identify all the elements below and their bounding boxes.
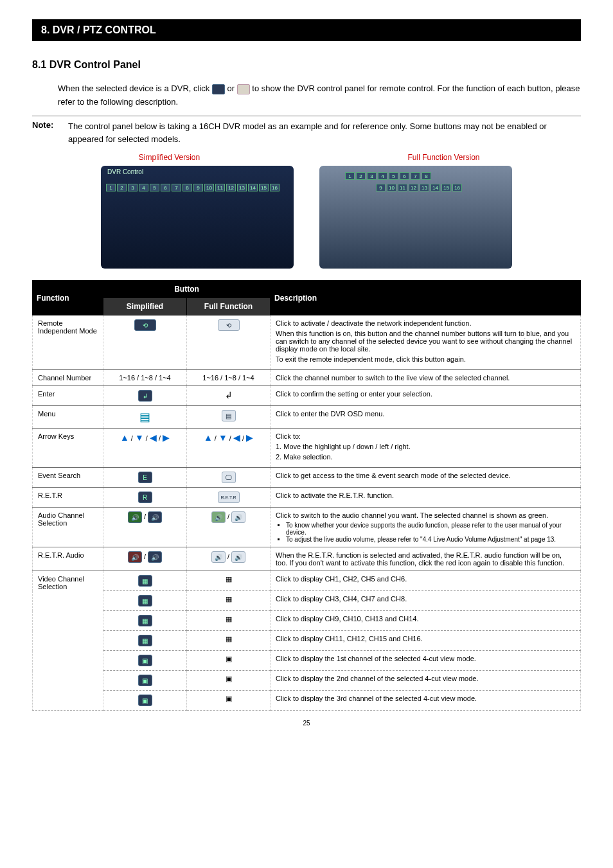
arrow-right-icon: ▶ (163, 432, 170, 443)
retr-audio-on-icon: 🔊 (128, 551, 142, 563)
row-video-full-4: ▦ (187, 631, 271, 651)
row-video-desc-1: Click to display CH1, CH2, CH5 and CH6. (271, 571, 581, 591)
row-arrows-function: Arrow Keys (33, 429, 103, 468)
simplified-panel-image: DVR Control 12345678910111213141516 (101, 166, 294, 269)
row-retr-simplified-icon: R (103, 488, 187, 508)
row-video-simplified-6: ▣ (103, 671, 187, 691)
row-video-simplified-4: ▦ (103, 631, 187, 651)
row-enter-full-icon: ↲ (187, 386, 271, 406)
cut-2-icon: ▣ (138, 675, 152, 686)
retr-icon: R.E.T.R (218, 492, 240, 503)
row-retr-function: R.E.T.R (33, 488, 103, 508)
row-remote-simplified-icon: ⟲ (103, 315, 187, 370)
row-enter-function: Enter (33, 386, 103, 406)
row-remote-full-icon: ⟲ (187, 315, 271, 370)
arrow-right-icon: ▶ (246, 432, 253, 443)
event-search-icon: 🖵 (222, 472, 236, 483)
row-event-full-icon: 🖵 (187, 468, 271, 488)
page-number: 25 (32, 720, 581, 727)
panel-window-title: DVR Control (107, 168, 143, 175)
row-video-desc-3: Click to display CH9, CH10, CH13 and CH1… (271, 611, 581, 631)
grid-4-icon: ▦ (138, 615, 152, 626)
grid-4-icon: ▦ (226, 595, 232, 603)
menu-icon: ▤ (139, 411, 150, 423)
row-arrows-simplified-icon: ▲ / ▼ / ◀ / ▶ (103, 429, 187, 468)
row-video-desc-7: Click to display the 3rd channel of the … (271, 691, 581, 711)
section-title: 8. DVR / PTZ CONTROL (32, 19, 581, 41)
grid-4-icon: ▦ (226, 575, 232, 583)
row-retr-desc: Click to activate the R.E.T.R. function. (271, 488, 581, 508)
intro-between: or (227, 84, 237, 93)
row-video-simplified-7: ▣ (103, 691, 187, 711)
row-audio-function: Audio Channel Selection (33, 508, 103, 547)
full-function-panel-image: 12345678 910111213141516 (319, 166, 512, 269)
cut-3-icon: ▣ (226, 695, 232, 702)
row-video-function: Video Channel Selection (33, 571, 103, 711)
retr-icon: R (138, 492, 152, 503)
row-event-simplified-icon: E (103, 468, 187, 488)
function-table: Function Button Description Simplified F… (32, 280, 581, 711)
cut-1-icon: ▣ (138, 655, 152, 666)
note-text: The control panel below is taking a 16CH… (68, 120, 581, 147)
event-search-icon: E (138, 472, 152, 483)
arrows-desc-1: Click to: (276, 432, 575, 440)
row-retr-full-icon: R.E.T.R (187, 488, 271, 508)
row-video-full-3: ▦ (187, 611, 271, 631)
row-arrows-desc: Click to: 1. Move the highlight up / dow… (271, 429, 581, 468)
intro-paragraph: When the selected device is a DVR, click… (58, 82, 581, 109)
enter-icon: ↲ (225, 390, 233, 400)
row-event-function: Event Search (33, 468, 103, 488)
row-video-desc-2: Click to display CH3, CH4, CH7 and CH8. (271, 591, 581, 611)
row-retr-audio-full-icon: 🔊 / 🔊 (187, 547, 271, 571)
audio-channel-icon: 🔊 (128, 511, 142, 523)
row-video-simplified-1: ▦ (103, 571, 187, 591)
row-video-desc-6: Click to display the 2nd channel of the … (271, 671, 581, 691)
menu-icon: ▤ (222, 410, 236, 421)
remote-mode-icon: ⟲ (218, 319, 240, 331)
arrow-up-icon: ▲ (120, 432, 129, 443)
row-audio-simplified-icon: 🔊 / 🔊 (103, 508, 187, 547)
dvr-toggle-icon-b (237, 84, 250, 94)
arrows-desc-3: 2. Make selection. (276, 453, 575, 461)
row-retr-audio-function: R.E.T.R. Audio (33, 547, 103, 571)
version-labels: Simplified Version Full Function Version (32, 153, 581, 162)
cut-2-icon: ▣ (226, 675, 232, 682)
remote-desc-2: When this function is on, this button an… (276, 330, 575, 353)
control-panel-images: DVR Control 12345678910111213141516 1234… (32, 166, 581, 269)
audio-channel-icon: 🔊 (231, 511, 245, 523)
remote-desc-1: Click to activate / deactivate the netwo… (276, 319, 575, 327)
row-video-simplified-5: ▣ (103, 651, 187, 671)
retr-audio-off-icon: 🔊 (148, 551, 162, 563)
row-channel-desc: Click the channel number to switch to th… (271, 370, 581, 386)
grid-4-icon: ▦ (226, 615, 232, 623)
note-label: Note: (32, 120, 68, 147)
th-function: Function (33, 281, 103, 315)
row-arrows-full-icon: ▲ / ▼ / ◀ / ▶ (187, 429, 271, 468)
audio-bullet-1: To know whether your device supports the… (286, 522, 575, 536)
row-video-simplified-3: ▦ (103, 611, 187, 631)
retr-audio-on-icon: 🔊 (211, 551, 226, 563)
row-menu-full-icon: ▤ (187, 406, 271, 429)
grid-4-icon: ▦ (226, 635, 232, 642)
remote-mode-icon: ⟲ (134, 319, 156, 331)
note-block: Note: The control panel below is taking … (32, 116, 581, 147)
arrow-down-icon: ▼ (135, 432, 144, 443)
row-video-desc-4: Click to display CH11, CH12, CH15 and CH… (271, 631, 581, 651)
th-simplified: Simplified (103, 298, 187, 315)
row-channel-simplified: 1~16 / 1~8 / 1~4 (103, 370, 187, 386)
row-video-full-2: ▦ (187, 591, 271, 611)
cut-1-icon: ▣ (226, 655, 232, 662)
row-video-desc-5: Click to display the 1st channel of the … (271, 651, 581, 671)
row-retr-audio-simplified-icon: 🔊 / 🔊 (103, 547, 187, 571)
arrow-left-icon: ◀ (233, 432, 240, 443)
intro-before: When the selected device is a DVR, click (58, 84, 212, 93)
arrows-desc-2: 1. Move the highlight up / down / left /… (276, 443, 575, 450)
th-full-function: Full Function (187, 298, 271, 315)
th-button: Button (103, 281, 271, 298)
arrow-up-icon: ▲ (204, 432, 213, 443)
row-video-simplified-2: ▦ (103, 591, 187, 611)
audio-channel-icon: 🔊 (211, 511, 226, 523)
simplified-version-label: Simplified Version (32, 153, 306, 162)
channel-number-strip: 12345678910111213141516 (106, 184, 280, 191)
row-video-full-5: ▣ (187, 651, 271, 671)
